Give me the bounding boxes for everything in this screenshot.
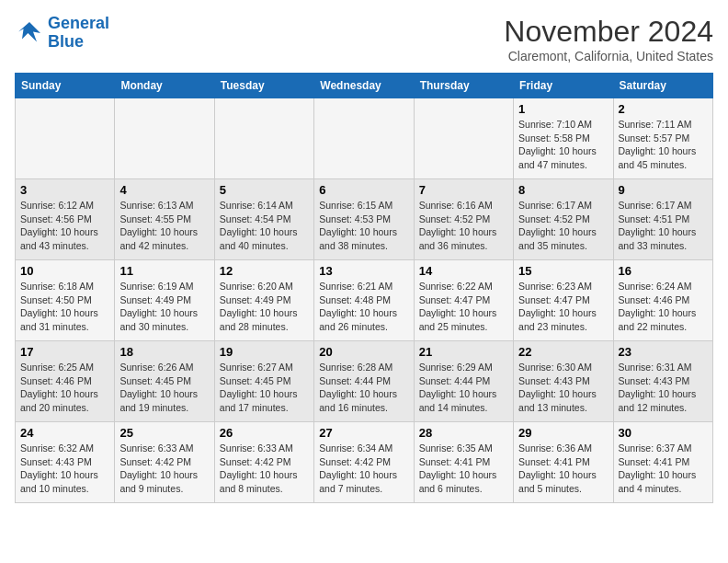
day-info: Sunrise: 6:37 AM Sunset: 4:41 PM Dayligh… [619, 442, 708, 496]
day-info: Sunrise: 6:17 AM Sunset: 4:51 PM Dayligh… [619, 199, 708, 253]
page-header: General Blue November 2024 Claremont, Ca… [15, 15, 713, 63]
day-info: Sunrise: 6:26 AM Sunset: 4:45 PM Dayligh… [119, 361, 209, 415]
day-number: 30 [619, 426, 708, 440]
day-info: Sunrise: 6:25 AM Sunset: 4:46 PM Dayligh… [20, 361, 109, 415]
calendar-day-cell: 22Sunrise: 6:30 AM Sunset: 4:43 PM Dayli… [514, 341, 613, 422]
calendar-day-cell: 9Sunrise: 6:17 AM Sunset: 4:51 PM Daylig… [613, 179, 712, 260]
calendar-day-cell: 30Sunrise: 6:37 AM Sunset: 4:41 PM Dayli… [613, 422, 712, 503]
location-subtitle: Claremont, California, United States [504, 49, 713, 63]
title-block: November 2024 Claremont, California, Uni… [504, 15, 713, 63]
weekday-header-cell: Sunday [16, 74, 115, 98]
day-number: 11 [119, 264, 209, 278]
day-number: 26 [220, 426, 309, 440]
day-number: 23 [619, 345, 708, 359]
day-number: 10 [20, 264, 109, 278]
day-info: Sunrise: 6:16 AM Sunset: 4:52 PM Dayligh… [419, 199, 508, 253]
weekday-header-cell: Thursday [414, 74, 513, 98]
day-number: 24 [20, 426, 109, 440]
day-number: 21 [419, 345, 508, 359]
day-info: Sunrise: 6:14 AM Sunset: 4:54 PM Dayligh… [220, 199, 309, 253]
calendar-day-cell: 7Sunrise: 6:16 AM Sunset: 4:52 PM Daylig… [414, 179, 513, 260]
month-title: November 2024 [504, 15, 713, 49]
svg-marker-0 [18, 22, 40, 42]
day-info: Sunrise: 6:30 AM Sunset: 4:43 PM Dayligh… [518, 361, 608, 415]
day-info: Sunrise: 6:31 AM Sunset: 4:43 PM Dayligh… [619, 361, 708, 415]
calendar-body: 1Sunrise: 7:10 AM Sunset: 5:58 PM Daylig… [16, 98, 713, 503]
day-number: 2 [619, 102, 708, 116]
day-info: Sunrise: 6:27 AM Sunset: 4:45 PM Dayligh… [220, 361, 309, 415]
calendar-day-cell: 5Sunrise: 6:14 AM Sunset: 4:54 PM Daylig… [214, 179, 313, 260]
day-number: 28 [419, 426, 508, 440]
calendar-day-cell: 28Sunrise: 6:35 AM Sunset: 4:41 PM Dayli… [414, 422, 513, 503]
weekday-header-cell: Monday [115, 74, 214, 98]
calendar-day-cell: 3Sunrise: 6:12 AM Sunset: 4:56 PM Daylig… [16, 179, 115, 260]
calendar-day-cell: 23Sunrise: 6:31 AM Sunset: 4:43 PM Dayli… [613, 341, 712, 422]
day-info: Sunrise: 6:36 AM Sunset: 4:41 PM Dayligh… [518, 442, 608, 496]
calendar-day-cell: 24Sunrise: 6:32 AM Sunset: 4:43 PM Dayli… [16, 422, 115, 503]
weekday-header-row: SundayMondayTuesdayWednesdayThursdayFrid… [16, 74, 713, 98]
day-info: Sunrise: 7:10 AM Sunset: 5:58 PM Dayligh… [518, 118, 608, 172]
calendar-day-cell: 17Sunrise: 6:25 AM Sunset: 4:46 PM Dayli… [16, 341, 115, 422]
day-number: 20 [319, 345, 408, 359]
day-info: Sunrise: 6:20 AM Sunset: 4:49 PM Dayligh… [220, 280, 309, 334]
calendar-week-row: 1Sunrise: 7:10 AM Sunset: 5:58 PM Daylig… [16, 98, 713, 179]
weekday-header-cell: Friday [514, 74, 613, 98]
weekday-header-cell: Wednesday [314, 74, 414, 98]
day-number: 5 [220, 183, 309, 197]
calendar-day-cell: 27Sunrise: 6:34 AM Sunset: 4:42 PM Dayli… [314, 422, 414, 503]
calendar-day-cell: 10Sunrise: 6:18 AM Sunset: 4:50 PM Dayli… [16, 260, 115, 341]
day-number: 29 [518, 426, 608, 440]
calendar-day-cell: 13Sunrise: 6:21 AM Sunset: 4:48 PM Dayli… [314, 260, 414, 341]
day-info: Sunrise: 6:22 AM Sunset: 4:47 PM Dayligh… [419, 280, 508, 334]
calendar-day-cell [314, 98, 414, 179]
day-number: 27 [319, 426, 408, 440]
calendar-day-cell: 20Sunrise: 6:28 AM Sunset: 4:44 PM Dayli… [314, 341, 414, 422]
calendar-day-cell: 2Sunrise: 7:11 AM Sunset: 5:57 PM Daylig… [613, 98, 712, 179]
day-info: Sunrise: 6:19 AM Sunset: 4:49 PM Dayligh… [119, 280, 209, 334]
day-info: Sunrise: 6:32 AM Sunset: 4:43 PM Dayligh… [20, 442, 109, 496]
day-info: Sunrise: 7:11 AM Sunset: 5:57 PM Dayligh… [619, 118, 708, 172]
calendar-day-cell: 26Sunrise: 6:33 AM Sunset: 4:42 PM Dayli… [214, 422, 313, 503]
calendar-week-row: 10Sunrise: 6:18 AM Sunset: 4:50 PM Dayli… [16, 260, 713, 341]
day-number: 16 [619, 264, 708, 278]
day-info: Sunrise: 6:34 AM Sunset: 4:42 PM Dayligh… [319, 442, 408, 496]
calendar-day-cell: 29Sunrise: 6:36 AM Sunset: 4:41 PM Dayli… [514, 422, 613, 503]
day-number: 14 [419, 264, 508, 278]
calendar-day-cell: 19Sunrise: 6:27 AM Sunset: 4:45 PM Dayli… [214, 341, 313, 422]
day-number: 12 [220, 264, 309, 278]
calendar-day-cell: 1Sunrise: 7:10 AM Sunset: 5:58 PM Daylig… [514, 98, 613, 179]
calendar-day-cell: 18Sunrise: 6:26 AM Sunset: 4:45 PM Dayli… [115, 341, 214, 422]
logo-line1: General [48, 14, 109, 32]
logo: General Blue [15, 15, 109, 52]
day-number: 4 [119, 183, 209, 197]
day-info: Sunrise: 6:21 AM Sunset: 4:48 PM Dayligh… [319, 280, 408, 334]
day-number: 18 [119, 345, 209, 359]
day-info: Sunrise: 6:35 AM Sunset: 4:41 PM Dayligh… [419, 442, 508, 496]
day-info: Sunrise: 6:12 AM Sunset: 4:56 PM Dayligh… [20, 199, 109, 253]
day-info: Sunrise: 6:24 AM Sunset: 4:46 PM Dayligh… [619, 280, 708, 334]
day-info: Sunrise: 6:18 AM Sunset: 4:50 PM Dayligh… [20, 280, 109, 334]
calendar-day-cell: 21Sunrise: 6:29 AM Sunset: 4:44 PM Dayli… [414, 341, 513, 422]
calendar-day-cell: 8Sunrise: 6:17 AM Sunset: 4:52 PM Daylig… [514, 179, 613, 260]
calendar-day-cell [214, 98, 313, 179]
weekday-header-cell: Tuesday [214, 74, 313, 98]
calendar-table: SundayMondayTuesdayWednesdayThursdayFrid… [15, 73, 713, 503]
calendar-week-row: 3Sunrise: 6:12 AM Sunset: 4:56 PM Daylig… [16, 179, 713, 260]
day-number: 25 [119, 426, 209, 440]
calendar-day-cell: 25Sunrise: 6:33 AM Sunset: 4:42 PM Dayli… [115, 422, 214, 503]
calendar-day-cell: 6Sunrise: 6:15 AM Sunset: 4:53 PM Daylig… [314, 179, 414, 260]
calendar-day-cell [16, 98, 115, 179]
logo-bird-icon [15, 18, 44, 48]
day-info: Sunrise: 6:28 AM Sunset: 4:44 PM Dayligh… [319, 361, 408, 415]
day-info: Sunrise: 6:33 AM Sunset: 4:42 PM Dayligh… [220, 442, 309, 496]
calendar-day-cell [115, 98, 214, 179]
calendar-day-cell: 11Sunrise: 6:19 AM Sunset: 4:49 PM Dayli… [115, 260, 214, 341]
day-number: 8 [518, 183, 608, 197]
calendar-day-cell: 4Sunrise: 6:13 AM Sunset: 4:55 PM Daylig… [115, 179, 214, 260]
day-info: Sunrise: 6:13 AM Sunset: 4:55 PM Dayligh… [119, 199, 209, 253]
day-info: Sunrise: 6:17 AM Sunset: 4:52 PM Dayligh… [518, 199, 608, 253]
day-number: 13 [319, 264, 408, 278]
calendar-day-cell [414, 98, 513, 179]
calendar-day-cell: 15Sunrise: 6:23 AM Sunset: 4:47 PM Dayli… [514, 260, 613, 341]
day-number: 7 [419, 183, 508, 197]
